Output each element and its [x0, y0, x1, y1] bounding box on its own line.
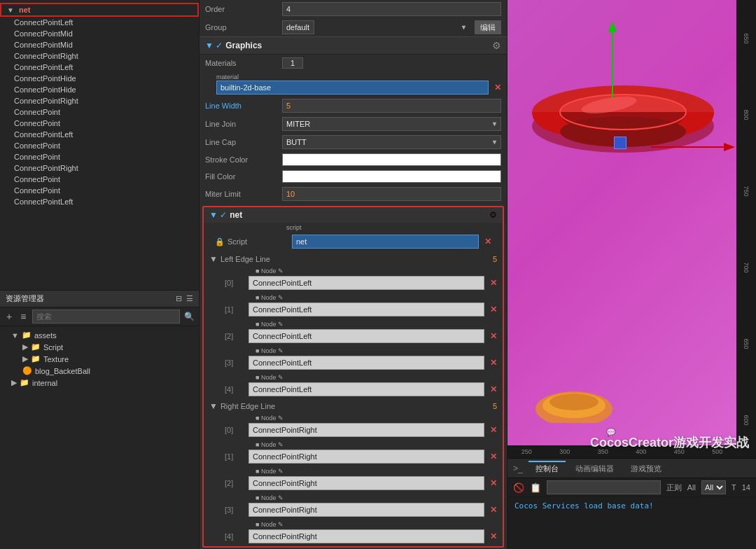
log-icon[interactable]: 📋 [530, 482, 541, 493]
viewport[interactable]: 650 800 750 700 650 600 250 300 350 400 … [507, 0, 756, 458]
tree-item-10[interactable]: ConnectPointLeft [0, 129, 199, 140]
asset-header-controls: ⊟ ☰ [176, 294, 193, 303]
script-input[interactable] [292, 235, 479, 249]
clear-console-button[interactable]: 🚫 [513, 482, 524, 493]
strokecolor-swatch[interactable] [282, 153, 501, 166]
asset-tree[interactable]: ▼ 📁 assets ▶ 📁 Script ▶ 📁 Texture 🟠 blog… [0, 326, 199, 549]
left-edge-input-1[interactable] [248, 303, 484, 317]
left-edge-header: ▼ Left Edge Line 5 [204, 252, 503, 266]
script-input-row: ✕ [292, 235, 491, 249]
miterlimit-row: Miter Limit [200, 185, 507, 203]
tree-item-net[interactable]: ▼ net [0, 3, 199, 17]
add-asset-button[interactable]: + [4, 310, 14, 323]
tree-item-16[interactable]: ConnectPointLeft [0, 196, 199, 207]
material-clear-button[interactable]: ✕ [494, 83, 501, 92]
net-gear-icon[interactable]: ⚙ [489, 210, 497, 220]
tree-item-5[interactable]: ConnectPointHide [0, 73, 199, 84]
right-edge-item-row-2: [2] ✕ [225, 476, 497, 490]
right-edge-input-4[interactable] [248, 529, 484, 543]
asset-item-internal[interactable]: ▶ 📁 internal [0, 377, 199, 389]
tree-item-14[interactable]: ConnectPoint [0, 174, 199, 185]
tree-item-2[interactable]: ConnectPointMid [0, 39, 199, 50]
left-edge-input-3[interactable] [248, 356, 484, 370]
fillcolor-swatch[interactable] [282, 170, 501, 183]
folder-icon: 📁 [22, 331, 31, 340]
gear-icon[interactable]: ⚙ [492, 40, 501, 51]
asset-panel-header: 资源管理器 ⊟ ☰ [0, 291, 199, 307]
minimize-icon[interactable]: ⊟ [176, 294, 182, 303]
net-component-section: ▼ ✓ net ⚙ script 🔒 Script ✕ [202, 206, 504, 548]
fontsize-value: 14 [742, 483, 750, 492]
left-edge-clear-0[interactable]: ✕ [490, 278, 497, 288]
left-edge-clear-1[interactable]: ✕ [490, 305, 497, 314]
right-edge-input-2[interactable] [248, 476, 484, 490]
scene-tree[interactable]: ▼ net ConnectPointLeft ConnectPointMid C… [0, 0, 199, 290]
tree-item-6[interactable]: ConnectPointHide [0, 84, 199, 95]
tab-animation-editor[interactable]: 动画编辑器 [568, 461, 621, 475]
left-edge-input-4[interactable] [248, 382, 484, 396]
tab-game-preview[interactable]: 游戏预览 [624, 461, 668, 475]
tree-item-8[interactable]: ConnectPoint [0, 106, 199, 118]
right-edge-clear-0[interactable]: ✕ [490, 425, 497, 435]
right-edge-input-1[interactable] [248, 450, 484, 464]
script-clear-button[interactable]: ✕ [484, 237, 491, 246]
x-axis-arrow [651, 137, 735, 179]
console-filter-input[interactable] [547, 480, 661, 494]
linecap-select[interactable]: BUTTROUNDSQUARE [282, 135, 501, 149]
right-edge-clear-1[interactable]: ✕ [490, 452, 497, 461]
tree-item-12[interactable]: ConnectPoint [0, 151, 199, 162]
miterlimit-input[interactable] [282, 187, 501, 201]
group-select-wrap: default ▼ 编辑 [282, 20, 501, 34]
tree-item-7[interactable]: ConnectPointRight [0, 95, 199, 106]
order-input[interactable] [282, 2, 501, 16]
svg-marker-7 [608, 21, 617, 32]
right-edge-arrow: ▼ [209, 401, 218, 411]
tree-item-3[interactable]: ConnectPointRight [0, 50, 199, 62]
asset-search-input[interactable] [32, 310, 180, 324]
group-edit-button[interactable]: 编辑 [475, 20, 501, 34]
asset-item-script[interactable]: ▶ 📁 Script [0, 341, 199, 353]
left-edge-clear-2[interactable]: ✕ [490, 331, 497, 341]
left-edge-item-1: ■ Node ✎ [1] ✕ [204, 293, 503, 319]
right-edge-input-3[interactable] [248, 503, 484, 517]
left-edge-arrow: ▼ [209, 254, 218, 264]
tree-item-13[interactable]: ConnectPointRight [0, 162, 199, 174]
asset-panel-title: 资源管理器 [6, 293, 44, 304]
tree-item-15[interactable]: ConnectPoint [0, 185, 199, 196]
linewidth-input[interactable] [282, 99, 501, 113]
tree-item-0[interactable]: ConnectPointLeft [0, 17, 199, 28]
tree-item-1[interactable]: ConnectPointMid [0, 28, 199, 39]
linejoin-select[interactable]: MITERROUNDBEVEL [282, 117, 501, 131]
tree-item-9[interactable]: ConnectPoint [0, 118, 199, 129]
edge-index: [0] [225, 279, 246, 287]
menu-icon[interactable]: ☰ [186, 294, 193, 303]
asset-search-icon[interactable]: 🔍 [184, 312, 195, 321]
tab-console[interactable]: 控制台 [528, 461, 566, 475]
asset-item-blog[interactable]: 🟠 blog_BacketBall [0, 365, 199, 377]
material-detail: material ✕ [216, 74, 501, 95]
left-edge-clear-4[interactable]: ✕ [490, 384, 497, 394]
script-tag: script [209, 224, 497, 231]
console-tabs: >_ 控制台 动画编辑器 游戏预览 [507, 459, 756, 478]
left-edge-input-2[interactable] [248, 329, 484, 343]
right-edge-clear-3[interactable]: ✕ [490, 505, 497, 515]
right-edge-item-1: ■ Node ✎ [1] ✕ [204, 440, 503, 466]
tree-item-4[interactable]: ConnectPointLeft [0, 62, 199, 73]
left-edge-clear-3[interactable]: ✕ [490, 358, 497, 368]
right-edge-clear-2[interactable]: ✕ [490, 478, 497, 488]
console-output-text: Cocos Services load base data! [514, 501, 654, 510]
all-select[interactable]: All [701, 480, 726, 494]
left-edge-input-0[interactable] [248, 276, 484, 290]
asset-item-assets[interactable]: ▼ 📁 assets [0, 329, 199, 341]
right-edge-input-0[interactable] [248, 423, 484, 437]
asset-item-label: Script [43, 343, 63, 352]
tree-item-11[interactable]: ConnectPoint [0, 140, 199, 151]
right-edge-item-4: ■ Node ✎ [4] ✕ [204, 520, 503, 546]
left-edge-item-3: ■ Node ✎ [3] ✕ [204, 346, 503, 373]
group-select[interactable]: default [282, 20, 314, 34]
asset-item-texture[interactable]: ▶ 📁 Texture [0, 353, 199, 365]
material-input[interactable] [216, 81, 489, 95]
asset-item-label: assets [34, 331, 57, 340]
right-edge-clear-4[interactable]: ✕ [490, 531, 497, 541]
sort-asset-button[interactable]: ≡ [18, 310, 28, 323]
